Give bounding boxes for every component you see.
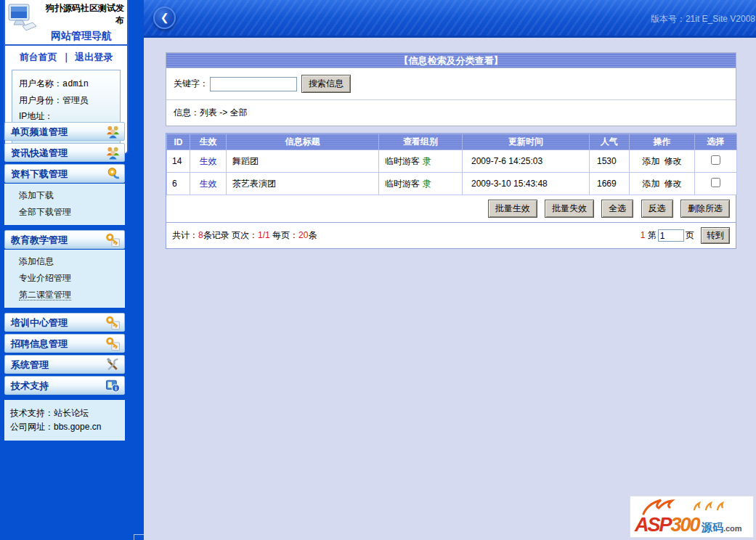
total-label: 共计： <box>172 230 198 240</box>
sidebar-item-download-manage[interactable]: 资料下载管理 <box>4 164 125 183</box>
sidebar: 狗扑源码社区测试发布 网站管理导航 前台首页｜退出登录 用户名称：admin 用… <box>0 0 144 540</box>
batch-disable-button[interactable]: 批量失效 <box>545 200 594 218</box>
total-suffix: 条记录 <box>203 230 229 240</box>
info-table: ID 生效 信息标题 查看组别 更新时间 人气 操作 选择 14 生效 舞蹈团 … <box>166 134 737 195</box>
goto-button[interactable]: 转到 <box>701 227 730 244</box>
submenu-item-major-intro-manage[interactable]: 专业介绍管理 <box>4 270 125 287</box>
submenu-item-add-download[interactable]: 添加下载 <box>4 187 125 204</box>
logout-link[interactable]: 退出登录 <box>75 52 113 62</box>
submenu-item-all-download-manage[interactable]: 全部下载管理 <box>4 204 125 221</box>
sidebar-item-news-express[interactable]: 资讯快递管理 <box>4 143 125 162</box>
batch-enable-button[interactable]: 批量生效 <box>488 200 537 218</box>
table-header-row: ID 生效 信息标题 查看组别 更新时间 人气 操作 选择 <box>167 134 737 150</box>
column-header-group: 查看组别 <box>379 134 463 150</box>
pagination-row: 共计：8条记录 页次：1/1 每页：20条 1 第页 转到 <box>166 222 736 248</box>
submenu-education: 添加信息 专业介绍管理 第二课堂管理 <box>4 250 125 308</box>
column-header-ops: 操作 <box>630 134 695 150</box>
chevron-left-icon: ❮ <box>160 12 169 23</box>
column-header-select: 选择 <box>695 134 737 150</box>
search-panel: 【信息检索及分类查看】 关键字：搜索信息 信息：列表 -> 全部 <box>166 52 736 126</box>
column-header-title: 信息标题 <box>227 134 379 150</box>
column-header-id: ID <box>167 134 190 150</box>
logo-yuanma: 源码 <box>702 521 723 533</box>
menu-label: 培训中心管理 <box>11 316 68 330</box>
menu-label: 资料下载管理 <box>11 168 68 181</box>
cell-id: 14 <box>167 150 190 173</box>
cell-select <box>695 150 737 173</box>
version-label: 版本号：21it E_Site V2008 <box>651 13 755 25</box>
asp300-logo: ASP300 源码.com <box>630 496 754 538</box>
submenu-item-add-info[interactable]: 添加信息 <box>4 253 125 270</box>
per-page-label: 每页： <box>272 230 298 240</box>
keyword-input[interactable] <box>210 77 297 91</box>
cell-group: 临时游客隶 <box>379 173 463 195</box>
select-all-button[interactable]: 全选 <box>601 200 633 218</box>
sidebar-item-training-center[interactable]: 培训中心管理 <box>4 313 125 332</box>
user-name-value: admin <box>62 79 89 89</box>
support-icon: i <box>105 378 121 393</box>
sidebar-item-system-manage[interactable]: 系统管理 <box>4 355 125 374</box>
delete-selected-button[interactable]: 删除所选 <box>680 200 730 218</box>
sidebar-item-education-manage[interactable]: 教育教学管理 <box>4 230 125 249</box>
submenu-label: 第二课堂管理 <box>19 290 71 300</box>
page-jump: 1 第页 转到 <box>641 227 730 244</box>
batch-actions-row: 批量生效 批量失效 全选 反选 删除所选 <box>166 195 736 222</box>
goto-page-input[interactable] <box>658 229 684 242</box>
submenu-label: 添加下载 <box>19 190 54 200</box>
main-content: 【信息检索及分类查看】 关键字：搜索信息 信息：列表 -> 全部 ID 生效 信… <box>144 38 756 540</box>
edit-link[interactable]: 修改 <box>664 179 682 189</box>
link-separator: ｜ <box>57 52 76 62</box>
cell-ops: 添加修改 <box>630 173 695 195</box>
user-role-label: 用户身份： <box>19 95 62 105</box>
user-name-label: 用户名称： <box>19 78 62 89</box>
site-header: 狗扑源码社区测试发布 网站管理导航 <box>5 0 127 44</box>
group-name: 临时游客 <box>385 156 420 166</box>
key-icon <box>105 232 121 248</box>
row-select-checkbox[interactable] <box>711 178 720 187</box>
table-row: 14 生效 舞蹈团 临时游客隶 2009-7-6 14:25:03 1530 添… <box>167 150 737 173</box>
table-row: 6 生效 茶艺表演团 临时游客隶 2009-3-10 15:43:48 1669… <box>167 173 737 195</box>
front-home-link[interactable]: 前台首页 <box>20 52 57 62</box>
menu-label: 教育教学管理 <box>11 234 68 247</box>
cell-views: 1669 <box>590 173 630 195</box>
edit-link[interactable]: 修改 <box>664 156 682 166</box>
sidebar-item-single-page-channel[interactable]: 单页频道管理 <box>4 122 125 141</box>
back-button[interactable]: ❮ <box>153 7 176 29</box>
user-role-value: 管理员 <box>62 95 89 105</box>
menu-label: 招聘信息管理 <box>11 338 68 351</box>
logo-text: ASP300 源码.com <box>635 514 742 536</box>
submenu-item-second-class-manage[interactable]: 第二课堂管理 <box>4 287 125 303</box>
sidebar-item-recruitment-info[interactable]: 招聘信息管理 <box>4 334 125 353</box>
cell-updated: 2009-7-6 14:25:03 <box>463 150 590 173</box>
add-link[interactable]: 添加 <box>643 156 660 166</box>
invert-selection-button[interactable]: 反选 <box>641 200 673 218</box>
submenu-label: 专业介绍管理 <box>19 273 71 283</box>
status-link[interactable]: 生效 <box>190 173 227 195</box>
cell-group: 临时游客隶 <box>379 150 463 173</box>
column-header-updated: 更新时间 <box>463 134 590 150</box>
site-subtitle: 网站管理导航 <box>38 27 124 43</box>
computer-icon <box>7 3 37 37</box>
status-link[interactable]: 生效 <box>190 150 227 173</box>
group-tag: 隶 <box>423 156 431 166</box>
group-name: 临时游客 <box>385 179 420 189</box>
svg-text:i: i <box>115 385 116 392</box>
group-tag: 隶 <box>423 179 431 189</box>
search-button[interactable]: 搜索信息 <box>301 75 351 93</box>
column-header-status: 生效 <box>190 134 227 150</box>
site-title: 狗扑源码社区测试发布 <box>38 2 124 27</box>
cell-updated: 2009-3-10 15:43:48 <box>463 173 590 195</box>
support-line: 技术支持：站长论坛 <box>10 406 119 420</box>
column-header-views: 人气 <box>590 134 630 150</box>
quick-links: 前台首页｜退出登录 <box>5 44 127 68</box>
panel-title: 【信息检索及分类查看】 <box>166 53 736 68</box>
add-link[interactable]: 添加 <box>643 179 660 189</box>
gear-icon <box>105 166 121 181</box>
row-select-checkbox[interactable] <box>711 155 720 165</box>
cell-ops: 添加修改 <box>630 150 695 173</box>
search-row: 关键字：搜索信息 <box>166 68 736 99</box>
users-icon <box>105 145 121 160</box>
sidebar-item-tech-support[interactable]: 技术支持 i <box>4 376 125 395</box>
user-role-row: 用户身份：管理员 <box>19 92 113 108</box>
key-icon <box>105 336 121 351</box>
